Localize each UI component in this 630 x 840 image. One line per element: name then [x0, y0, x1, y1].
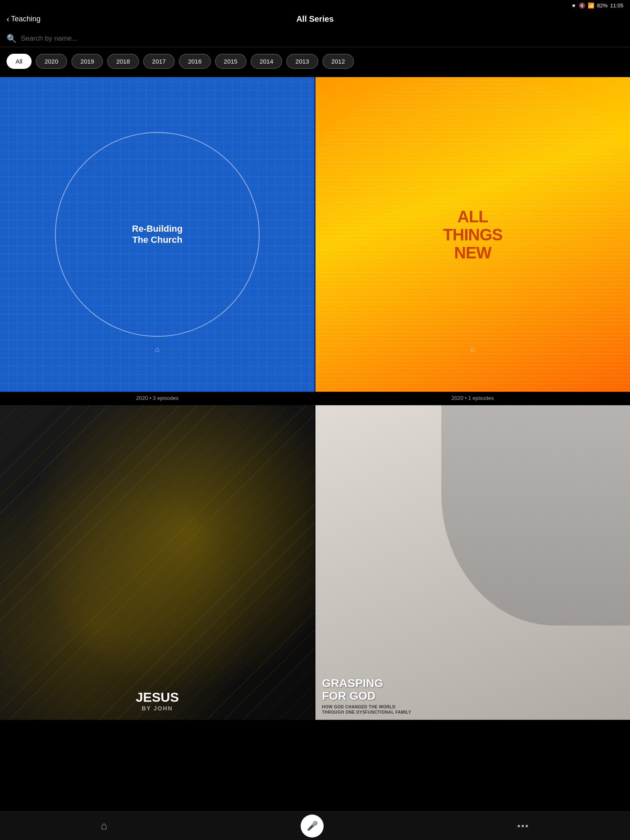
- nav-center-button[interactable]: 🎤: [301, 815, 324, 838]
- card-grasping-text: GRASPINGFOR GOD HOW GOD CHANGED THE WORL…: [315, 671, 418, 720]
- series-rebuilding-meta: 2020 • 3 episodes: [135, 392, 180, 404]
- search-input[interactable]: [21, 34, 623, 43]
- filter-pill-2017[interactable]: 2017: [143, 54, 175, 69]
- header: ‹ Teaching All Series: [0, 11, 630, 30]
- bottom-nav: ⌂ 🎤 •••: [0, 811, 630, 840]
- series-grid: Re-BuildingThe Church ⌂ 2020 • 3 episode…: [0, 75, 630, 728]
- status-bar: ★ 🔇 📶 82% 11:05: [0, 0, 630, 11]
- back-button[interactable]: ‹ Teaching: [7, 14, 41, 24]
- series-jesus-meta: [156, 720, 159, 726]
- more-dots-icon: •••: [517, 821, 529, 831]
- series-item-allthings[interactable]: ALLTHINGSNEW ⌂ 2020 • 1 episodes: [315, 77, 630, 404]
- card-grasping-title: GRASPINGFOR GOD: [322, 677, 411, 703]
- nav-home[interactable]: ⌂: [93, 816, 116, 835]
- filter-pill-2019[interactable]: 2019: [71, 54, 103, 69]
- series-item-grasping[interactable]: GRASPINGFOR GOD HOW GOD CHANGED THE WORL…: [315, 405, 630, 726]
- filter-pill-2012[interactable]: 2012: [322, 54, 354, 69]
- filter-pill-2013[interactable]: 2013: [286, 54, 318, 69]
- filter-pill-2016[interactable]: 2016: [179, 54, 210, 69]
- card-jesus: JESUS BY JOHN: [0, 405, 315, 720]
- card-allthings-title: ALLTHINGSNEW: [443, 208, 502, 262]
- card-grasping-subtitle: HOW GOD CHANGED THE WORLDTHROUGH ONE DYS…: [322, 704, 411, 715]
- card-rebuilding-home-icon: ⌂: [155, 345, 160, 354]
- battery-percent: 82%: [597, 2, 607, 9]
- card-jesus-title: JESUS: [136, 690, 179, 705]
- search-icon: 🔍: [7, 34, 17, 43]
- filter-pill-2014[interactable]: 2014: [251, 54, 282, 69]
- filter-pill-2015[interactable]: 2015: [215, 54, 247, 69]
- series-item-rebuilding[interactable]: Re-BuildingThe Church ⌂ 2020 • 3 episode…: [0, 77, 315, 404]
- back-label: Teaching: [11, 15, 41, 23]
- status-icons: ★ 🔇 📶 82% 11:05: [571, 2, 623, 9]
- back-chevron-icon: ‹: [7, 14, 9, 24]
- filter-pill-2018[interactable]: 2018: [107, 54, 139, 69]
- card-allthings-home-icon: ⌂: [470, 345, 475, 354]
- time: 11:05: [610, 2, 623, 9]
- bluetooth-icon: ★: [571, 2, 576, 9]
- home-icon: ⌂: [101, 819, 107, 832]
- nav-center-icon: 🎤: [307, 821, 318, 831]
- series-allthings-meta: 2020 • 1 episodes: [450, 392, 496, 404]
- search-bar[interactable]: 🔍: [0, 30, 630, 47]
- filter-pills: All202020192018201720162015201420132012: [0, 47, 630, 75]
- card-rebuilding-title: Re-BuildingThe Church: [132, 224, 183, 245]
- card-allthings: ALLTHINGSNEW ⌂: [315, 77, 630, 392]
- wifi-icon: 📶: [588, 2, 594, 9]
- filter-pill-2020[interactable]: 2020: [36, 54, 67, 69]
- filter-pill-all[interactable]: All: [7, 54, 32, 69]
- card-jesus-subtitle: BY JOHN: [136, 705, 179, 712]
- series-grasping-meta: [471, 720, 475, 726]
- nav-more[interactable]: •••: [509, 817, 537, 835]
- mute-icon: 🔇: [579, 2, 585, 9]
- page-title: All Series: [296, 14, 333, 24]
- card-rebuilding: Re-BuildingThe Church ⌂: [0, 77, 315, 392]
- series-item-jesus[interactable]: JESUS BY JOHN: [0, 405, 315, 726]
- card-jesus-text: JESUS BY JOHN: [136, 690, 179, 720]
- card-grasping: GRASPINGFOR GOD HOW GOD CHANGED THE WORL…: [315, 405, 630, 720]
